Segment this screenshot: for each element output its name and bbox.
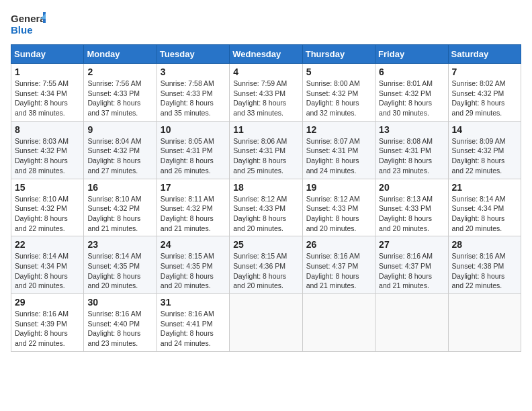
calendar-cell: 11Sunrise: 8:06 AMSunset: 4:31 PMDayligh… — [230, 121, 302, 179]
weekday-header-saturday: Saturday — [448, 45, 521, 64]
calendar-cell: 18Sunrise: 8:12 AMSunset: 4:33 PMDayligh… — [230, 179, 302, 236]
calendar-week-2: 8Sunrise: 8:03 AMSunset: 4:32 PMDaylight… — [11, 121, 521, 179]
calendar-cell: 12Sunrise: 8:07 AMSunset: 4:31 PMDayligh… — [302, 121, 375, 179]
day-info: Sunrise: 8:00 AMSunset: 4:32 PMDaylight:… — [306, 79, 371, 118]
calendar-cell: 14Sunrise: 8:09 AMSunset: 4:32 PMDayligh… — [448, 121, 521, 179]
calendar-cell: 10Sunrise: 8:05 AMSunset: 4:31 PMDayligh… — [157, 121, 229, 179]
weekday-header-sunday: Sunday — [11, 45, 84, 64]
day-number: 9 — [87, 124, 152, 135]
day-number: 20 — [379, 182, 444, 193]
logo: General Blue — [11, 11, 46, 36]
calendar-cell: 8Sunrise: 8:03 AMSunset: 4:32 PMDaylight… — [11, 121, 84, 179]
calendar-cell: 21Sunrise: 8:14 AMSunset: 4:34 PMDayligh… — [448, 179, 521, 236]
calendar-cell: 28Sunrise: 8:16 AMSunset: 4:38 PMDayligh… — [448, 236, 521, 294]
calendar-cell: 29Sunrise: 8:16 AMSunset: 4:39 PMDayligh… — [11, 294, 84, 352]
calendar-cell: 30Sunrise: 8:16 AMSunset: 4:40 PMDayligh… — [84, 294, 157, 352]
day-number: 21 — [452, 182, 517, 193]
day-info: Sunrise: 8:10 AMSunset: 4:32 PMDaylight:… — [87, 194, 152, 234]
logo-text: General Blue — [11, 11, 46, 36]
day-number: 24 — [161, 239, 226, 250]
calendar-cell: 9Sunrise: 8:04 AMSunset: 4:32 PMDaylight… — [84, 121, 157, 179]
calendar-cell: 2Sunrise: 7:56 AMSunset: 4:33 PMDaylight… — [84, 64, 157, 122]
calendar-week-3: 15Sunrise: 8:10 AMSunset: 4:32 PMDayligh… — [11, 179, 521, 236]
calendar-week-1: 1Sunrise: 7:55 AMSunset: 4:34 PMDaylight… — [11, 64, 521, 122]
day-number: 15 — [15, 182, 80, 193]
day-number: 3 — [161, 66, 226, 77]
calendar-cell: 1Sunrise: 7:55 AMSunset: 4:34 PMDaylight… — [11, 64, 84, 122]
day-info: Sunrise: 8:10 AMSunset: 4:32 PMDaylight:… — [15, 194, 80, 234]
weekday-header-tuesday: Tuesday — [157, 45, 229, 64]
calendar-cell — [302, 294, 375, 352]
calendar-cell: 13Sunrise: 8:08 AMSunset: 4:31 PMDayligh… — [375, 121, 448, 179]
day-number: 13 — [379, 124, 444, 135]
day-number: 1 — [15, 66, 80, 77]
day-info: Sunrise: 8:13 AMSunset: 4:33 PMDaylight:… — [379, 194, 444, 234]
calendar-cell — [375, 294, 448, 352]
calendar-cell: 19Sunrise: 8:12 AMSunset: 4:33 PMDayligh… — [302, 179, 375, 236]
day-number: 28 — [452, 239, 517, 250]
day-number: 29 — [15, 297, 80, 308]
day-info: Sunrise: 8:12 AMSunset: 4:33 PMDaylight:… — [233, 194, 298, 234]
calendar-week-5: 29Sunrise: 8:16 AMSunset: 4:39 PMDayligh… — [11, 294, 521, 352]
day-number: 8 — [15, 124, 80, 135]
calendar-cell: 16Sunrise: 8:10 AMSunset: 4:32 PMDayligh… — [84, 179, 157, 236]
day-number: 12 — [306, 124, 371, 135]
calendar-cell: 23Sunrise: 8:14 AMSunset: 4:35 PMDayligh… — [84, 236, 157, 294]
calendar-cell: 7Sunrise: 8:02 AMSunset: 4:32 PMDaylight… — [448, 64, 521, 122]
day-info: Sunrise: 8:16 AMSunset: 4:37 PMDaylight:… — [306, 251, 371, 291]
calendar-cell: 15Sunrise: 8:10 AMSunset: 4:32 PMDayligh… — [11, 179, 84, 236]
day-info: Sunrise: 8:14 AMSunset: 4:35 PMDaylight:… — [87, 251, 152, 291]
calendar-cell: 20Sunrise: 8:13 AMSunset: 4:33 PMDayligh… — [375, 179, 448, 236]
day-info: Sunrise: 7:56 AMSunset: 4:33 PMDaylight:… — [87, 79, 152, 118]
day-number: 19 — [306, 182, 371, 193]
day-info: Sunrise: 8:16 AMSunset: 4:40 PMDaylight:… — [87, 309, 152, 349]
calendar-cell: 31Sunrise: 8:16 AMSunset: 4:41 PMDayligh… — [157, 294, 229, 352]
day-info: Sunrise: 8:16 AMSunset: 4:39 PMDaylight:… — [15, 309, 80, 349]
calendar-cell: 5Sunrise: 8:00 AMSunset: 4:32 PMDaylight… — [302, 64, 375, 122]
calendar-cell: 6Sunrise: 8:01 AMSunset: 4:32 PMDaylight… — [375, 64, 448, 122]
weekday-header-thursday: Thursday — [302, 45, 375, 64]
day-info: Sunrise: 7:55 AMSunset: 4:34 PMDaylight:… — [15, 79, 80, 118]
day-info: Sunrise: 7:58 AMSunset: 4:33 PMDaylight:… — [161, 79, 226, 118]
day-info: Sunrise: 8:12 AMSunset: 4:33 PMDaylight:… — [306, 194, 371, 234]
day-info: Sunrise: 8:02 AMSunset: 4:32 PMDaylight:… — [452, 79, 517, 118]
day-number: 2 — [87, 66, 152, 77]
day-number: 17 — [161, 182, 226, 193]
day-number: 27 — [379, 239, 444, 250]
day-info: Sunrise: 8:08 AMSunset: 4:31 PMDaylight:… — [379, 136, 444, 176]
calendar-cell: 27Sunrise: 8:16 AMSunset: 4:37 PMDayligh… — [375, 236, 448, 294]
day-info: Sunrise: 8:09 AMSunset: 4:32 PMDaylight:… — [452, 136, 517, 176]
day-number: 7 — [452, 66, 517, 77]
calendar-cell: 4Sunrise: 7:59 AMSunset: 4:33 PMDaylight… — [230, 64, 302, 122]
day-info: Sunrise: 8:15 AMSunset: 4:35 PMDaylight:… — [161, 251, 226, 291]
calendar-cell: 24Sunrise: 8:15 AMSunset: 4:35 PMDayligh… — [157, 236, 229, 294]
calendar-cell: 25Sunrise: 8:15 AMSunset: 4:36 PMDayligh… — [230, 236, 302, 294]
page-header: General Blue — [11, 11, 521, 36]
weekday-header-monday: Monday — [84, 45, 157, 64]
weekday-header-friday: Friday — [375, 45, 448, 64]
calendar-cell: 17Sunrise: 8:11 AMSunset: 4:32 PMDayligh… — [157, 179, 229, 236]
day-number: 11 — [233, 124, 298, 135]
svg-text:General: General — [11, 13, 46, 24]
day-number: 14 — [452, 124, 517, 135]
day-number: 5 — [306, 66, 371, 77]
day-number: 18 — [233, 182, 298, 193]
day-number: 16 — [87, 182, 152, 193]
day-info: Sunrise: 8:03 AMSunset: 4:32 PMDaylight:… — [15, 136, 80, 176]
day-number: 4 — [233, 66, 298, 77]
day-number: 31 — [161, 297, 226, 308]
day-info: Sunrise: 8:07 AMSunset: 4:31 PMDaylight:… — [306, 136, 371, 176]
day-number: 30 — [87, 297, 152, 308]
day-info: Sunrise: 8:04 AMSunset: 4:32 PMDaylight:… — [87, 136, 152, 176]
day-info: Sunrise: 8:14 AMSunset: 4:34 PMDaylight:… — [452, 194, 517, 234]
calendar-cell — [448, 294, 521, 352]
calendar-week-4: 22Sunrise: 8:14 AMSunset: 4:34 PMDayligh… — [11, 236, 521, 294]
day-number: 25 — [233, 239, 298, 250]
day-number: 22 — [15, 239, 80, 250]
calendar-cell: 26Sunrise: 8:16 AMSunset: 4:37 PMDayligh… — [302, 236, 375, 294]
day-number: 10 — [161, 124, 226, 135]
calendar-cell — [230, 294, 302, 352]
day-info: Sunrise: 8:14 AMSunset: 4:34 PMDaylight:… — [15, 251, 80, 291]
day-info: Sunrise: 8:01 AMSunset: 4:32 PMDaylight:… — [379, 79, 444, 118]
day-info: Sunrise: 7:59 AMSunset: 4:33 PMDaylight:… — [233, 79, 298, 118]
